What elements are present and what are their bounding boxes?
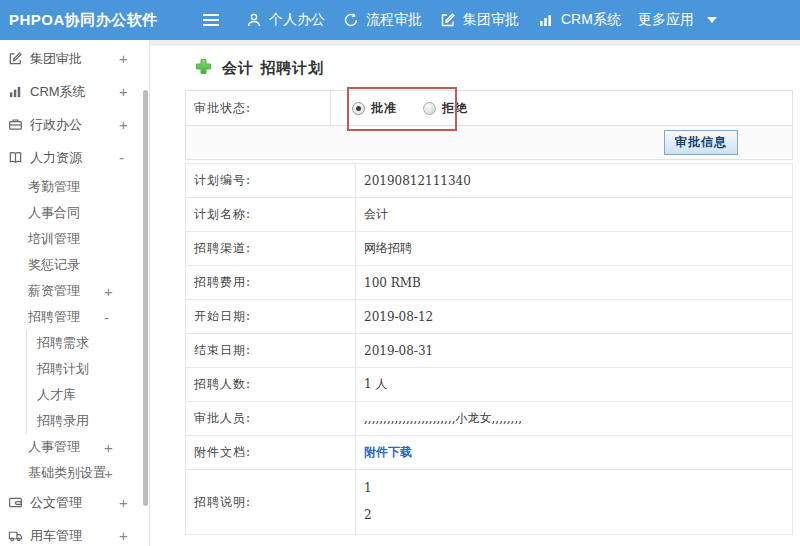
briefcase-icon — [8, 117, 23, 132]
sidebar-item-label: 招聘计划 — [37, 360, 89, 378]
expand-toggle[interactable]: + — [119, 108, 128, 141]
sidebar-item-hr-contract[interactable]: 人事合同 — [0, 200, 149, 226]
field-label: 开始日期: — [186, 300, 356, 333]
attachment-download-link[interactable]: 附件下载 — [364, 444, 412, 461]
expand-toggle[interactable]: + — [104, 434, 113, 460]
nav-group-approval[interactable]: 集团审批 — [440, 0, 519, 40]
expand-toggle[interactable]: + — [119, 75, 128, 108]
field-label: 招聘渠道: — [186, 232, 356, 265]
approval-info-button[interactable]: 审批信息 — [664, 130, 738, 155]
sidebar-item-label: 人事管理 — [28, 438, 80, 456]
nav-crm-system[interactable]: CRM系统 — [538, 0, 621, 40]
sidebar-item-training[interactable]: 培训管理 — [0, 226, 149, 252]
field-label: 招聘费用: — [186, 266, 356, 299]
collapse-toggle[interactable]: - — [104, 304, 109, 330]
field-label: 计划名称: — [186, 198, 356, 231]
recruit-description-value: 1 2 — [356, 470, 792, 534]
reject-radio[interactable] — [423, 102, 436, 115]
add-plus-icon[interactable] — [195, 58, 212, 79]
sidebar-item-group-approval[interactable]: 集团审批 + — [0, 42, 149, 75]
sidebar-item-base-category[interactable]: 基础类别设置 + — [0, 460, 149, 486]
sidebar-item-label: CRM系统 — [30, 83, 86, 101]
recruit-plan-detail-table: 计划编号: 20190812111340 计划名称: 会计 招聘渠道: 网络招聘… — [185, 163, 793, 535]
recruit-channel-value: 网络招聘 — [356, 232, 792, 265]
start-date-value: 2019-08-12 — [356, 300, 792, 333]
sidebar-scrollbar[interactable] — [143, 90, 148, 506]
expand-toggle[interactable]: + — [119, 519, 128, 546]
field-label: 计划编号: — [186, 164, 356, 197]
field-label: 招聘说明: — [186, 470, 356, 534]
field-label: 结束日期: — [186, 334, 356, 367]
sidebar-item-label: 薪资管理 — [28, 282, 80, 300]
plan-number-value: 20190812111340 — [356, 164, 792, 197]
truck-icon — [8, 528, 23, 543]
sidebar-item-crm[interactable]: CRM系统 + — [0, 75, 149, 108]
sidebar-item-label: 人事合同 — [28, 204, 80, 222]
recruit-submenu: 招聘需求 招聘计划 人才库 招聘录用 — [26, 330, 149, 434]
field-label: 审批人员: — [186, 402, 356, 435]
page-title: 会计 招聘计划 — [222, 59, 324, 78]
sidebar-item-personnel-mgmt[interactable]: 人事管理 + — [0, 434, 149, 460]
sidebar-item-label: 人才库 — [37, 386, 76, 404]
table-row: 招聘人数: 1 人 — [186, 368, 792, 402]
caret-down-icon — [707, 17, 717, 23]
book-icon — [8, 150, 23, 165]
collapse-toggle[interactable]: - — [119, 141, 124, 174]
expand-toggle[interactable]: + — [119, 42, 128, 75]
sidebar-item-label: 招聘录用 — [37, 412, 89, 430]
sidebar-item-rewards[interactable]: 奖惩记录 — [0, 252, 149, 278]
sidebar-item-label: 招聘需求 — [37, 334, 89, 352]
sidebar-item-label: 考勤管理 — [28, 178, 80, 196]
sidebar-item-label: 人力资源 — [30, 149, 82, 167]
sidebar-item-talent-pool[interactable]: 人才库 — [27, 382, 149, 408]
approval-action-row: 审批信息 — [186, 126, 792, 160]
sidebar-item-attendance[interactable]: 考勤管理 — [0, 174, 149, 200]
nav-process-approval[interactable]: 流程审批 — [343, 0, 422, 40]
sidebar-item-label: 行政办公 — [30, 116, 82, 134]
expand-toggle[interactable]: + — [104, 278, 113, 304]
sidebar-item-label: 用车管理 — [30, 527, 82, 545]
approval-status-table: 审批状态: 批准 拒绝 审批信息 — [185, 90, 793, 160]
table-row: 招聘费用: 100 RMB — [186, 266, 792, 300]
approve-radio-label[interactable]: 批准 — [371, 100, 397, 117]
sidebar-item-salary[interactable]: 薪资管理 + — [0, 278, 149, 304]
reject-radio-label[interactable]: 拒绝 — [442, 100, 468, 117]
more-apps-dropdown[interactable] — [707, 0, 717, 40]
approval-status-row: 审批状态: 批准 拒绝 — [186, 91, 792, 126]
edit-square-icon — [8, 51, 23, 66]
nav-more-apps[interactable]: 更多应用 — [638, 0, 694, 40]
table-row: 审批人员: ,,,,,,,,,,,,,,,,,,,,,,,,小龙女,,,,,,,… — [186, 402, 792, 436]
nav-personal-office[interactable]: 个人办公 — [246, 0, 325, 40]
nav-label: 集团审批 — [463, 11, 519, 29]
nav-label: 更多应用 — [638, 11, 694, 29]
field-label: 附件文档: — [186, 436, 356, 469]
table-row: 招聘说明: 1 2 — [186, 470, 792, 535]
sidebar-item-human-resources[interactable]: 人力资源 - — [0, 141, 149, 174]
field-label: 招聘人数: — [186, 368, 356, 401]
sidebar-item-label: 基础类别设置 — [28, 464, 106, 482]
sidebar-item-admin-office[interactable]: 行政办公 + — [0, 108, 149, 141]
hamburger-icon — [202, 13, 220, 27]
sidebar-item-recruit-hire[interactable]: 招聘录用 — [27, 408, 149, 434]
sidebar-item-recruit-plan[interactable]: 招聘计划 — [27, 356, 149, 382]
edit-square-icon — [440, 12, 456, 28]
expand-toggle[interactable]: + — [104, 460, 113, 486]
approve-radio[interactable] — [352, 102, 365, 115]
sidebar-item-document-mgmt[interactable]: 公文管理 + — [0, 486, 149, 519]
table-row: 附件文档: 附件下载 — [186, 436, 792, 470]
sidebar-item-recruit-demand[interactable]: 招聘需求 — [27, 330, 149, 356]
wallet-icon — [8, 495, 23, 510]
recruit-cost-value: 100 RMB — [356, 266, 792, 299]
expand-toggle[interactable]: + — [119, 486, 128, 519]
sidebar-item-vehicle-mgmt[interactable]: 用车管理 + — [0, 519, 149, 546]
nav-label: 流程审批 — [366, 11, 422, 29]
table-row: 结束日期: 2019-08-31 — [186, 334, 792, 368]
table-row: 计划编号: 20190812111340 — [186, 164, 792, 198]
approval-status-label: 审批状态: — [186, 91, 331, 125]
description-line: 1 — [364, 481, 792, 496]
nav-label: CRM系统 — [561, 11, 621, 29]
menu-toggle-button[interactable] — [202, 0, 220, 40]
main-content: 会计 招聘计划 审批状态: 批准 拒绝 审批信息 计划编号: 201908121… — [150, 40, 800, 546]
sidebar-item-recruit-mgmt[interactable]: 招聘管理 - — [0, 304, 149, 330]
sidebar-item-label: 培训管理 — [28, 230, 80, 248]
